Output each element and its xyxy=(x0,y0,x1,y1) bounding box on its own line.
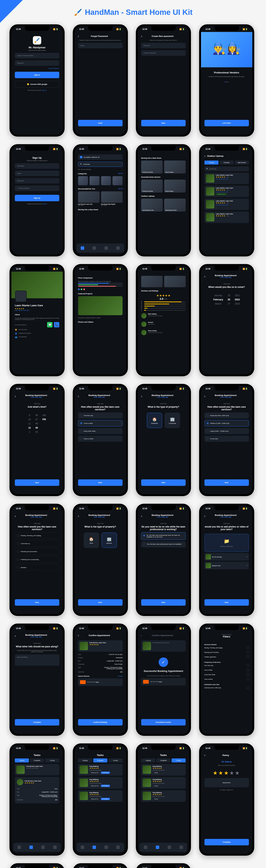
task-item[interactable]: Dog Walking★★★★★12:30 PM, Feb 23 2022Can… xyxy=(141,777,186,789)
change-link[interactable]: Change xyxy=(118,676,123,677)
option-residential[interactable]: 🏠Residential xyxy=(147,413,162,428)
credit-card[interactable]: **** **** **** 4863 xyxy=(78,678,123,686)
back-button[interactable]: ‹ xyxy=(141,35,142,38)
remove-icon[interactable]: ✕ xyxy=(246,556,248,558)
back-button[interactable]: ‹ xyxy=(15,634,16,638)
google-button[interactable]: 🟡 Connect With google xyxy=(15,81,59,88)
signup-link[interactable]: Sign Up xyxy=(42,90,46,91)
call-button[interactable]: 📞 xyxy=(54,322,59,328)
back-button[interactable]: ‹ xyxy=(78,515,79,518)
back-button[interactable]: ‹ xyxy=(204,395,205,398)
option-large[interactable]: Large (5,000 - 10,000 sq ft) xyxy=(204,428,249,434)
provider-item[interactable]: Lawn Starter Lawn Care ★★★★★4.6 Lawn Sta… xyxy=(204,186,249,197)
task-item[interactable]: Dog Walking★★★★★12:30 PM, Feb 23 2022Ran… xyxy=(78,790,123,802)
tab-ongoing[interactable]: Ongoing xyxy=(141,758,155,763)
back-button[interactable]: ‹ xyxy=(141,515,142,518)
category-tile[interactable] xyxy=(90,176,100,185)
service-card[interactable]: Full Service Lawn Care$40 - $150 xyxy=(78,191,100,206)
signup-button[interactable]: Sign Up xyxy=(15,195,59,201)
option-onetime[interactable]: One time only xyxy=(78,412,123,418)
confirm-button[interactable]: Confirm Booking xyxy=(78,719,123,725)
signin-link[interactable]: Sign In xyxy=(43,203,47,205)
option-unsure[interactable]: I'm not sure xyxy=(204,436,249,442)
tab-trending[interactable]: Trending xyxy=(204,160,219,164)
category-tile[interactable] xyxy=(78,176,88,185)
service-tile[interactable]: Lawn Mowing & Trim xyxy=(141,198,163,212)
back-button[interactable]: ‹ xyxy=(15,395,16,398)
nav-profile-icon[interactable] xyxy=(116,246,120,250)
nav-profile-icon[interactable] xyxy=(53,845,57,849)
nav-inbox-icon[interactable] xyxy=(104,246,108,250)
option-weekly[interactable]: Once a week xyxy=(78,420,123,427)
complete-button[interactable]: Complete xyxy=(15,719,59,725)
confirm-password-field[interactable]: Confirm Password xyxy=(141,50,186,56)
phone-field[interactable]: +1 Phone Number xyxy=(15,185,59,191)
remove-icon[interactable]: ✕ xyxy=(246,565,248,566)
filter-option[interactable]: Fertilizer application xyxy=(204,655,249,659)
option-weeding[interactable]: Weeding and prevention xyxy=(15,548,59,555)
back-button[interactable]: ‹ xyxy=(204,275,205,278)
tab-high-demand[interactable]: High-Demand xyxy=(235,160,249,164)
option-yes[interactable]: Yes, the lawn care professional needs me… xyxy=(141,541,186,548)
star-rating[interactable]: ★★★★★ xyxy=(204,770,249,776)
service-tile[interactable]: Furniture Assembly xyxy=(141,180,163,192)
next-button[interactable]: Next xyxy=(78,599,123,606)
nav-home-icon[interactable] xyxy=(18,845,21,849)
task-item[interactable]: Dog Walking★★★★★12:30 PM, Feb 23 2022Ran… xyxy=(78,777,123,789)
back-button[interactable]: ‹ xyxy=(78,634,79,637)
task-item[interactable]: Dog Walking★★★★★12:30 PM, Feb 23 2022Ran… xyxy=(78,764,123,776)
next-button[interactable]: Next xyxy=(141,599,186,606)
schedule-another-button[interactable]: Scheduled Another xyxy=(141,719,186,725)
filter-option[interactable]: Once a Week xyxy=(204,668,249,672)
option-fertilize[interactable]: Fertilizing and overseeding xyxy=(15,556,59,563)
option-commercial[interactable]: 🏢Commercial xyxy=(165,413,180,428)
email-field[interactable]: Email xyxy=(15,170,59,176)
back-button[interactable]: ‹ xyxy=(15,515,16,518)
next-button[interactable]: Next xyxy=(204,479,249,486)
lets-start-button[interactable]: Let's Start xyxy=(204,120,249,126)
option-leaf[interactable]: Leaf clean-up xyxy=(15,540,59,547)
service-tile[interactable]: Interior Design xyxy=(164,180,186,192)
search-input[interactable]: 🔍Indonesia xyxy=(78,162,123,167)
service-card[interactable]: Plumbing Drain Repair$25 - $130 xyxy=(101,191,123,206)
next-button[interactable]: Next xyxy=(78,479,123,486)
see-all-link[interactable]: See all xyxy=(118,188,122,190)
option-business[interactable]: 🏢Business xyxy=(102,533,117,548)
location-bar[interactable]: Los Angeles, California, US xyxy=(78,154,123,160)
complete-button[interactable]: Complete xyxy=(204,839,249,845)
service-tile[interactable]: Furniture Assembly xyxy=(141,160,163,174)
nav-tasks-icon[interactable] xyxy=(93,246,96,250)
back-button[interactable]: ‹ xyxy=(78,35,79,38)
option-small[interactable]: Small (less than 1,000 sq ft) xyxy=(204,412,249,418)
back-button[interactable]: ‹ xyxy=(204,754,205,757)
option-mowing[interactable]: Mowing, trimming, and edging xyxy=(15,532,59,539)
next-button[interactable]: Next xyxy=(141,120,186,126)
see-all-link[interactable]: See all xyxy=(118,173,122,175)
category-tile[interactable] xyxy=(101,176,111,185)
option-no[interactable]: No, this lawn care professional does not… xyxy=(141,532,186,540)
option-monthly[interactable]: Once a month xyxy=(78,436,123,442)
tab-popularity[interactable]: Popularity xyxy=(220,160,234,164)
option-medium[interactable]: Medium (1,000 - 5,000 sq ft) xyxy=(204,420,249,427)
back-button[interactable]: ‹ xyxy=(204,515,205,518)
name-field[interactable]: Full Name xyxy=(15,163,59,169)
nav-inbox-icon[interactable] xyxy=(41,845,45,849)
project-image[interactable] xyxy=(78,296,123,315)
tab-coming[interactable]: Coming xyxy=(172,758,186,763)
filter-option[interactable]: Weeding and Prevention xyxy=(204,650,249,655)
back-button[interactable]: ‹ xyxy=(204,154,205,157)
email-field[interactable]: Email or Phone Number xyxy=(15,53,59,58)
signin-button[interactable]: Sign In xyxy=(15,72,59,78)
search-input[interactable]: 🔍Searching xyxy=(204,166,249,171)
task-item[interactable]: Dog Walking★★★★★12:30 PM, Feb 23 2022Can… xyxy=(141,764,186,776)
next-button[interactable]: Next xyxy=(15,479,59,486)
password-field[interactable]: Password xyxy=(15,60,59,66)
forgot-link[interactable]: Forgot Password? xyxy=(48,68,59,69)
category-tile[interactable] xyxy=(112,176,123,185)
option-aeration[interactable]: Aeration xyxy=(15,564,59,571)
filter-option[interactable]: Mowing, Trimming, and edging xyxy=(204,645,249,650)
service-tile[interactable]: Swimming Pool Clea xyxy=(164,198,186,212)
filter-option[interactable]: Once a Month xyxy=(204,677,249,681)
nav-home-icon[interactable] xyxy=(81,246,84,250)
date-picker[interactable]: JanuaryFebruaryMarch 252627 202120222023 xyxy=(204,294,249,305)
